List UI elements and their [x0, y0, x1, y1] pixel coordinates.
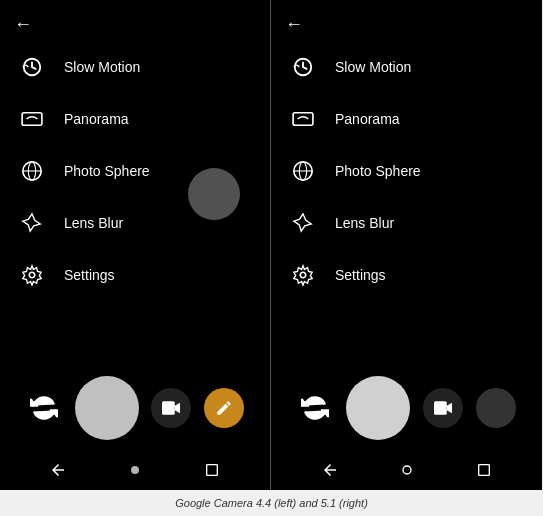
panorama-icon-right — [289, 105, 317, 133]
back-nav-btn-left[interactable] — [46, 458, 70, 482]
bottom-bar-right — [271, 366, 542, 490]
caption: Google Camera 4.4 (left) and 5.1 (right) — [165, 490, 378, 516]
menu-item-settings-right[interactable]: Settings — [271, 249, 542, 301]
slow-motion-label-right: Slow Motion — [335, 59, 411, 75]
lens-blur-icon-right — [289, 209, 317, 237]
right-phone-screen: ← Slow Motion Panorama Photo Sphere — [271, 0, 542, 490]
settings-icon-right — [289, 261, 317, 289]
nav-bar-left — [0, 450, 270, 490]
svg-point-5 — [29, 272, 35, 278]
shutter-btn-left[interactable] — [75, 376, 139, 440]
selection-overlay-left — [188, 168, 240, 220]
back-nav-btn-right[interactable] — [318, 458, 342, 482]
back-arrow-right[interactable]: ← — [271, 0, 542, 41]
photo-sphere-icon-right — [289, 157, 317, 185]
panorama-icon-left — [18, 105, 46, 133]
extra-mode-btn-left[interactable] — [204, 388, 244, 428]
slow-motion-icon-right — [289, 53, 317, 81]
recent-nav-btn-left[interactable] — [200, 458, 224, 482]
photo-sphere-label-left: Photo Sphere — [64, 163, 150, 179]
photo-sphere-icon-left — [18, 157, 46, 185]
svg-rect-15 — [478, 465, 489, 476]
menu-list-right: Slow Motion Panorama Photo Sphere Lens B… — [271, 41, 542, 366]
menu-item-panorama-right[interactable]: Panorama — [271, 93, 542, 145]
menu-item-slow-motion-left[interactable]: Slow Motion — [0, 41, 270, 93]
menu-item-lens-blur-right[interactable]: Lens Blur — [271, 197, 542, 249]
menu-item-slow-motion-right[interactable]: Slow Motion — [271, 41, 542, 93]
camera-controls-left — [0, 366, 270, 450]
rotate-camera-btn-right[interactable] — [297, 390, 333, 426]
extra-mode-btn-right[interactable] — [476, 388, 516, 428]
photo-sphere-label-right: Photo Sphere — [335, 163, 421, 179]
panorama-label-right: Panorama — [335, 111, 400, 127]
shutter-btn-right[interactable] — [346, 376, 410, 440]
camera-controls-right — [271, 366, 542, 450]
nav-bar-right — [271, 450, 542, 490]
slow-motion-icon-left — [18, 53, 46, 81]
menu-item-panorama-left[interactable]: Panorama — [0, 93, 270, 145]
bottom-bar-left — [0, 366, 270, 490]
video-btn-left[interactable] — [151, 388, 191, 428]
menu-item-settings-left[interactable]: Settings — [0, 249, 270, 301]
settings-label-right: Settings — [335, 267, 386, 283]
lens-blur-label-left: Lens Blur — [64, 215, 123, 231]
svg-point-13 — [300, 272, 306, 278]
settings-label-left: Settings — [64, 267, 115, 283]
svg-rect-7 — [206, 465, 217, 476]
menu-item-photo-sphere-right[interactable]: Photo Sphere — [271, 145, 542, 197]
lens-blur-label-right: Lens Blur — [335, 215, 394, 231]
home-nav-btn-left[interactable] — [123, 458, 147, 482]
home-nav-btn-right[interactable] — [395, 458, 419, 482]
svg-rect-9 — [293, 113, 313, 126]
svg-point-14 — [403, 466, 411, 474]
svg-rect-1 — [22, 113, 42, 126]
left-phone-screen: ← Slow Motion Panorama Photo Sphere — [0, 0, 271, 490]
recent-nav-btn-right[interactable] — [472, 458, 496, 482]
svg-point-6 — [131, 466, 139, 474]
back-arrow-left[interactable]: ← — [0, 0, 270, 41]
lens-blur-icon-left — [18, 209, 46, 237]
video-btn-right[interactable] — [423, 388, 463, 428]
rotate-camera-btn-left[interactable] — [26, 390, 62, 426]
panorama-label-left: Panorama — [64, 111, 129, 127]
settings-icon-left — [18, 261, 46, 289]
slow-motion-label-left: Slow Motion — [64, 59, 140, 75]
